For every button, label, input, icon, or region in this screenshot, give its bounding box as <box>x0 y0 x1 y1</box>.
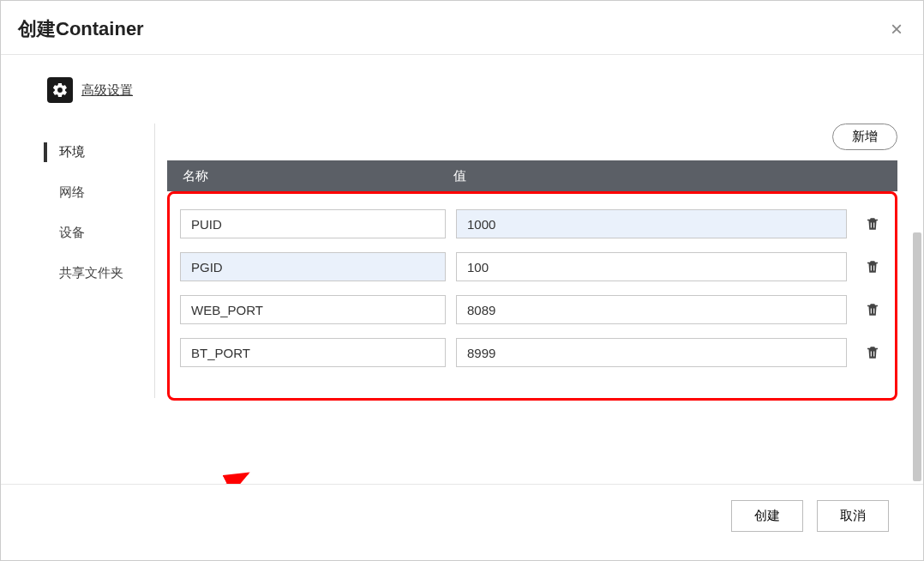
env-row <box>175 288 890 331</box>
sidebar-item-label: 设备 <box>59 225 85 239</box>
delete-row-button[interactable] <box>857 301 888 318</box>
env-row <box>175 331 890 374</box>
delete-row-button[interactable] <box>857 258 888 275</box>
sidebar-item-shared-folder[interactable]: 共享文件夹 <box>44 253 154 293</box>
env-name-input[interactable] <box>180 338 446 367</box>
trash-icon <box>865 344 880 361</box>
gear-icon <box>47 77 73 103</box>
modal-title: 创建Container <box>18 16 144 42</box>
advanced-settings-header: 高级设置 <box>1 55 923 115</box>
env-row <box>175 245 890 288</box>
content-columns: 环境 网络 设备 共享文件夹 新增 名称 值 <box>1 115 923 401</box>
modal-header: 创建Container × <box>1 1 923 55</box>
env-value-input[interactable] <box>456 338 847 367</box>
add-button[interactable]: 新增 <box>832 124 897 150</box>
header-name: 名称 <box>167 168 445 184</box>
sidebar-item-device[interactable]: 设备 <box>44 213 154 253</box>
sidebar-item-label: 共享文件夹 <box>59 265 123 280</box>
env-rows-annotation <box>167 191 897 401</box>
sidebar-item-network[interactable]: 网络 <box>44 172 154 213</box>
delete-row-button[interactable] <box>857 215 888 232</box>
create-button[interactable]: 创建 <box>731 500 803 532</box>
env-value-input[interactable] <box>456 295 847 324</box>
env-name-input[interactable] <box>180 252 446 281</box>
modal-body: 高级设置 环境 网络 设备 共享文件夹 新增 <box>1 55 923 484</box>
modal-footer: 创建 取消 <box>1 484 923 547</box>
scrollbar-thumb[interactable] <box>913 232 921 481</box>
trash-icon <box>865 258 880 275</box>
close-icon[interactable]: × <box>891 19 903 39</box>
env-value-input[interactable] <box>456 209 847 238</box>
svg-line-0 <box>35 474 248 484</box>
sidebar-item-env[interactable]: 环境 <box>44 132 154 172</box>
env-table-header: 名称 值 <box>167 160 897 191</box>
settings-sidebar: 环境 网络 设备 共享文件夹 <box>44 124 155 398</box>
env-panel: 新增 名称 值 <box>155 124 897 401</box>
env-name-input[interactable] <box>180 295 446 324</box>
delete-row-button[interactable] <box>857 344 888 361</box>
env-row <box>175 202 890 245</box>
cancel-button[interactable]: 取消 <box>817 500 889 532</box>
annotation-arrow <box>27 458 267 484</box>
sidebar-item-label: 环境 <box>59 144 85 159</box>
add-row: 新增 <box>167 124 897 150</box>
env-name-input[interactable] <box>180 209 446 238</box>
create-container-modal: 创建Container × 高级设置 环境 网络 设备 共享文件 <box>0 0 924 561</box>
trash-icon <box>865 215 880 232</box>
env-value-input[interactable] <box>456 252 847 281</box>
sidebar-item-label: 网络 <box>59 184 85 199</box>
header-value: 值 <box>445 168 849 184</box>
advanced-settings-link[interactable]: 高级设置 <box>81 82 133 99</box>
trash-icon <box>865 301 880 318</box>
